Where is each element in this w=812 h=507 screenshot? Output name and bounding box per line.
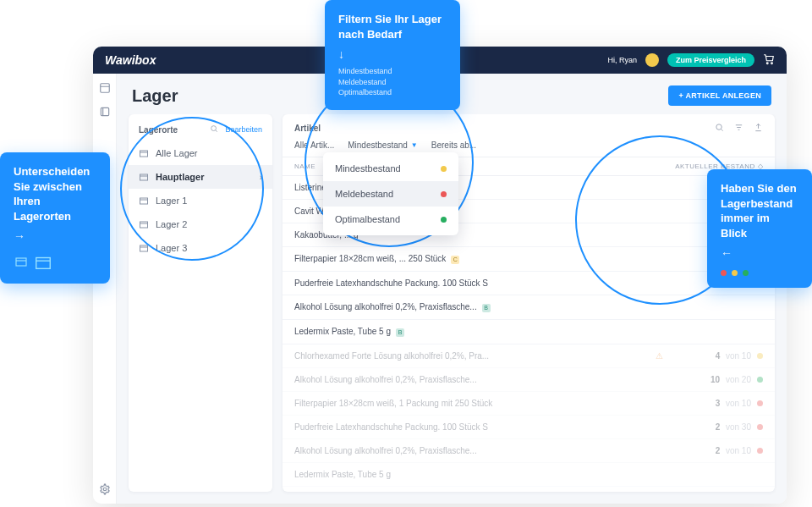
compare-button[interactable]: Zum Preisvergleich <box>667 53 754 67</box>
filter-all[interactable]: Alle Artik... <box>294 141 334 150</box>
topbar-right: Hi, Ryan Zum Preisvergleich <box>607 53 775 67</box>
arrow-down-icon: ↓ <box>338 47 447 63</box>
article-tools <box>715 123 763 134</box>
svg-rect-9 <box>140 222 148 228</box>
search-icon[interactable] <box>210 124 218 135</box>
badge-c: C <box>451 256 459 264</box>
status-col <box>751 446 763 455</box>
article-row[interactable]: Filterpapier 18×28cm weiß, ... 250 Stück… <box>283 247 775 272</box>
filter-mindestbestand[interactable]: Mindestbestand▼ <box>348 141 418 150</box>
article-name: Ledermix Paste, Tube 5 gB <box>294 327 651 337</box>
svg-point-1 <box>771 63 773 64</box>
search-icon[interactable] <box>715 123 724 134</box>
filter-bereits[interactable]: Bereits ab... <box>431 141 476 150</box>
dropdown-option[interactable]: Meldebestand <box>323 181 458 207</box>
stock-value: 2 von 30 <box>667 422 751 432</box>
option-label: Optimalbestand <box>335 214 400 224</box>
stock-value: 10 von 20 <box>667 375 751 384</box>
svg-point-5 <box>211 126 217 131</box>
status-dot <box>441 217 447 223</box>
callout-sub: Optimalbestand <box>338 87 447 98</box>
article-name: Puderfreie Latexhandschuhe Packung. 100 … <box>294 278 651 288</box>
locations-panel: Lagerorte Bearbeiten Alle LagerHauptlage… <box>129 114 272 492</box>
location-item[interactable]: Lager 1 <box>129 189 272 212</box>
article-row[interactable]: Alkohol Lösung alkoholfrei 0,2%, Praxisf… <box>283 295 775 320</box>
location-label: Hauptlager <box>156 172 204 182</box>
article-name: Alkohol Lösung alkoholfrei 0,2%, Praxisf… <box>294 446 651 455</box>
mindestbestand-dropdown[interactable]: MindestbestandMeldebestandOptimalbestand <box>323 152 458 235</box>
article-name: Filterpapier 18×28cm weiß, ... 250 Stück… <box>294 254 651 264</box>
export-icon[interactable] <box>754 123 763 134</box>
status-dot-green <box>743 270 749 276</box>
filter-icon[interactable] <box>734 123 743 134</box>
svg-point-11 <box>716 124 721 130</box>
svg-point-0 <box>766 63 768 64</box>
article-name: Alkohol Lösung alkoholfrei 0,2%, Praxisf… <box>294 302 651 312</box>
location-label: Lager 1 <box>156 196 187 206</box>
avatar[interactable] <box>645 53 659 67</box>
location-item[interactable]: Lager 3 <box>129 236 272 260</box>
callout-stock: Haben Sie den Lagerbestand immer im Blic… <box>707 169 812 288</box>
status-col <box>751 422 763 432</box>
locations-title: Lagerorte <box>139 125 210 135</box>
location-item[interactable]: Hauptlager› <box>129 165 272 189</box>
callout-text: Unterscheiden Sie zwischen Ihren Lageror… <box>14 164 96 223</box>
article-row[interactable]: Ledermix Paste, Tube 5 gB <box>283 320 775 344</box>
rail-dashboard-icon[interactable] <box>99 82 111 94</box>
svg-rect-13 <box>36 258 51 269</box>
location-label: Alle Lager <box>156 148 198 158</box>
locations-header: Lagerorte Bearbeiten <box>129 121 272 141</box>
svg-rect-12 <box>16 258 26 266</box>
location-item[interactable]: Lager 2 <box>129 212 272 236</box>
article-row[interactable]: Filterpapier 18×28cm weiß, 1 Packung mit… <box>283 392 775 416</box>
settings-icon[interactable] <box>99 483 111 495</box>
status-dot-red <box>721 270 727 276</box>
articles-title: Artikel <box>294 124 321 133</box>
dropdown-option[interactable]: Mindestbestand <box>323 156 458 181</box>
article-name: Ledermix Paste, Tube 5 g <box>294 470 651 479</box>
rail-box-icon[interactable] <box>99 106 111 118</box>
article-name: Chlorhexamed Forte Lösung alkoholfrei 0,… <box>294 351 651 361</box>
cart-icon[interactable] <box>763 53 775 67</box>
status-col <box>751 399 763 408</box>
article-row[interactable]: Alkohol Lösung alkoholfrei 0,2%, Praxisf… <box>283 368 775 392</box>
edit-link[interactable]: Bearbeiten <box>225 125 262 134</box>
article-row[interactable]: Puderfreie Latexhandschuhe Packung. 100 … <box>283 416 775 439</box>
dropdown-option[interactable]: Optimalbestand <box>323 207 458 232</box>
status-dot <box>441 191 447 197</box>
article-name: Puderfreie Latexhandschuhe Packung. 100 … <box>294 422 651 432</box>
status-dot <box>757 400 763 406</box>
article-name: Filterpapier 18×28cm weiß, 1 Packung mit… <box>294 399 651 408</box>
articles-header: Artikel <box>283 114 775 137</box>
article-row[interactable]: Chlorhexamed Forte Lösung alkoholfrei 0,… <box>283 344 775 368</box>
svg-rect-8 <box>140 198 148 204</box>
location-label: Lager 3 <box>156 243 187 253</box>
svg-point-4 <box>103 488 107 491</box>
callout-filter: Filtern Sie Ihr Lager nach Bedarf ↓ Mind… <box>325 0 460 110</box>
stock-value: 2 von 10 <box>667 446 751 455</box>
svg-rect-6 <box>140 151 148 157</box>
location-item[interactable]: Alle Lager <box>129 141 272 165</box>
article-row[interactable]: Alkohol Lösung alkoholfrei 0,2%, Praxisf… <box>283 439 775 463</box>
create-article-button[interactable]: + ARTIKEL ANLEGEN <box>668 85 771 106</box>
option-label: Mindestbestand <box>335 163 401 174</box>
stock-value: 3 von 10 <box>667 399 751 408</box>
arrow-left-icon: ← <box>721 245 798 262</box>
article-row[interactable]: Puderfreie Latexhandschuhe Packung. 100 … <box>283 272 775 295</box>
callout-text: Filtern Sie Ihr Lager nach Bedarf <box>338 12 447 41</box>
status-dot <box>757 377 763 383</box>
badge-b: B <box>482 304 491 312</box>
svg-rect-2 <box>100 84 109 93</box>
option-label: Meldebestand <box>335 189 393 199</box>
callout-text: Haben Sie den Lagerbestand immer im Blic… <box>721 181 798 240</box>
app-window: Wawibox Hi, Ryan Zum Preisvergleich Lage… <box>93 47 787 504</box>
article-row[interactable]: Ledermix Paste, Tube 5 g <box>283 463 775 487</box>
badge-b: B <box>396 328 404 337</box>
status-dot <box>757 353 763 359</box>
callout-sub: Mindestbestand <box>338 66 447 77</box>
status-dot <box>757 448 763 454</box>
stock-value: 4 von 10 <box>667 351 751 361</box>
article-name: Alkohol Lösung alkoholfrei 0,2%, Praxisf… <box>294 375 651 384</box>
callout-sub: Meldebestand <box>338 77 447 88</box>
warn-col: ⚠ <box>651 351 667 361</box>
